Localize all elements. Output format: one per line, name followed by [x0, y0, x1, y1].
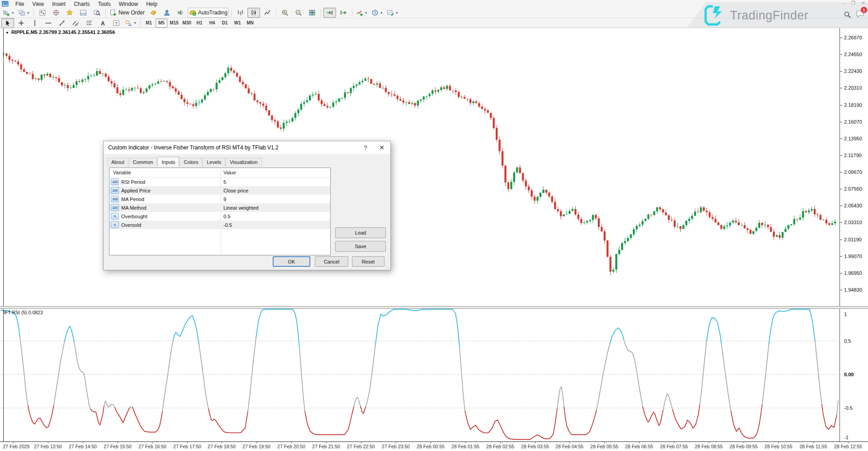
input-row-applied-price[interactable]: 123Applied PriceClose price — [109, 186, 330, 195]
cancel-button[interactable]: Cancel — [315, 256, 348, 267]
tab-levels[interactable]: Levels — [203, 158, 225, 167]
time-label: 28 Feb 07:55 — [660, 444, 688, 449]
indicator-pane[interactable]: IFT RSI (5) 0.0823 — [0, 309, 868, 441]
input-row-oversold[interactable]: ½Oversold-0.5 — [109, 221, 330, 229]
shapes-button[interactable]: ▼ — [123, 18, 138, 28]
dialog-titlebar[interactable]: Custom Indicator - Inverse Fisher Transf… — [104, 141, 390, 154]
tab-about[interactable]: About — [107, 158, 128, 167]
timeframe-m30[interactable]: M30 — [181, 19, 193, 28]
auto-scroll-button[interactable] — [323, 8, 336, 18]
zoom-in-button[interactable] — [279, 8, 291, 18]
input-value[interactable]: Linear weighted — [223, 205, 259, 211]
tab-visualization[interactable]: Visualization — [226, 158, 262, 167]
indicator-scale[interactable]: 10.50.00-0.5-1 — [840, 309, 868, 441]
menu-tools[interactable]: Tools — [94, 0, 115, 8]
input-row-overbought[interactable]: ½Overbought0.5 — [109, 212, 330, 221]
menu-charts[interactable]: Charts — [70, 0, 94, 8]
terminal-button[interactable] — [77, 8, 90, 18]
templates-button[interactable]: ▼ — [385, 8, 400, 18]
autotrading-button[interactable]: AutoTrading — [188, 8, 229, 18]
price-label: 2.24550 — [844, 52, 862, 57]
time-label: 28 Feb 05:55 — [590, 444, 618, 449]
toolbar-separator — [352, 9, 352, 17]
timeframe-m15[interactable]: M15 — [168, 19, 180, 28]
tab-colors[interactable]: Colors — [180, 158, 202, 167]
price-tick — [840, 38, 842, 38]
time-tick — [291, 442, 292, 443]
menu-file[interactable]: File — [11, 0, 28, 8]
dialog-close-button[interactable]: ✕ — [375, 141, 389, 154]
pane-splitter[interactable] — [0, 306, 868, 309]
notification-badge: 1 — [861, 7, 867, 13]
reset-button[interactable]: Reset — [352, 256, 384, 267]
save-button[interactable]: Save — [335, 241, 386, 252]
cursor-button[interactable] — [1, 18, 14, 28]
timeframe-m5[interactable]: M5 — [156, 19, 167, 28]
timeframe-d1[interactable]: D1 — [219, 19, 231, 28]
text-label-button[interactable]: T — [110, 18, 123, 28]
load-button[interactable]: Load — [335, 227, 386, 238]
input-value[interactable]: 9 — [223, 197, 226, 202]
menu-view[interactable]: View — [28, 0, 48, 8]
input-row-ma-method[interactable]: 123MA MethodLinear weighted — [109, 203, 330, 212]
periods-button[interactable]: ▼ — [370, 8, 384, 18]
fibonacci-button[interactable]: f — [83, 18, 95, 28]
new-order-button[interactable]: New Order — [108, 8, 146, 18]
navigator-button[interactable] — [63, 8, 76, 18]
auto-scroll-icon — [326, 9, 333, 16]
community-button[interactable] — [161, 8, 173, 18]
input-value[interactable]: 0.5 — [223, 214, 230, 219]
ift-rsi-chart[interactable] — [0, 309, 840, 441]
chart-line-button[interactable] — [261, 8, 274, 18]
indicators-list-button[interactable]: ▼ — [355, 8, 369, 18]
timeframe-h4[interactable]: H4 — [206, 19, 218, 28]
tab-inputs[interactable]: Inputs — [157, 157, 179, 167]
tile-windows-button[interactable] — [306, 8, 318, 18]
metaeditor-button[interactable] — [147, 8, 160, 18]
autotrading-label: AutoTrading — [198, 10, 228, 16]
data-window-button[interactable] — [50, 8, 62, 18]
menu-insert[interactable]: Insert — [48, 0, 70, 8]
zoom-out-button[interactable] — [292, 8, 305, 18]
chart-shift-button[interactable] — [337, 8, 350, 18]
market-watch-button[interactable] — [36, 8, 49, 18]
input-row-ma-period[interactable]: 123MA Period9 — [109, 195, 330, 203]
input-value[interactable]: Close price — [223, 188, 248, 193]
dialog-help-button[interactable]: ? — [359, 141, 372, 154]
input-value[interactable]: -0.5 — [223, 222, 232, 228]
profiles-button[interactable]: ▼ — [17, 8, 31, 18]
new-chart-button[interactable]: ▼ — [1, 8, 16, 18]
horizontal-line-button[interactable] — [42, 18, 55, 28]
price-label: 1.99070 — [844, 254, 862, 259]
menu-help[interactable]: Help — [142, 0, 161, 8]
tab-common[interactable]: Common — [129, 158, 157, 167]
chat-icon[interactable]: 1 — [856, 10, 864, 19]
chart-candles-button[interactable] — [247, 8, 260, 18]
resize-grip[interactable]: ⋱ — [385, 264, 389, 269]
time-tick — [744, 442, 744, 443]
timeframe-h1[interactable]: H1 — [194, 19, 205, 28]
text-button[interactable]: A — [96, 18, 109, 28]
vertical-line-button[interactable] — [28, 18, 41, 28]
input-value[interactable]: 5 — [223, 179, 226, 185]
trendline-button[interactable] — [56, 18, 68, 28]
timeframe-m1[interactable]: M1 — [143, 19, 155, 28]
price-label: 2.09670 — [844, 169, 862, 175]
inputs-table[interactable]: Variable Value 123RSI Period5123Applied … — [109, 168, 331, 255]
equidistant-channel-button[interactable]: e — [69, 18, 82, 28]
price-scale[interactable]: 2.266702.245502.224302.203102.181902.160… — [840, 28, 868, 306]
time-label: 27 Feb 20:50 — [277, 444, 305, 449]
crosshair-button[interactable] — [15, 18, 28, 28]
input-row-rsi-period[interactable]: 123RSI Period5 — [109, 178, 330, 186]
timeframe-w1[interactable]: W1 — [232, 19, 243, 28]
chart-bars-button[interactable] — [234, 8, 247, 18]
price-tick — [840, 273, 842, 273]
strategy-tester-button[interactable] — [90, 8, 103, 18]
menu-window[interactable]: Window — [115, 0, 142, 8]
dialog-title: Custom Indicator - Inverse Fisher Transf… — [108, 144, 279, 151]
time-axis[interactable]: 27 Feb 202527 Feb 13:5027 Feb 14:5027 Fe… — [0, 441, 868, 451]
search-icon[interactable] — [844, 11, 851, 19]
timeframe-mn[interactable]: MN — [244, 19, 256, 28]
ok-button[interactable]: OK — [273, 256, 310, 267]
news-button[interactable] — [174, 8, 187, 18]
